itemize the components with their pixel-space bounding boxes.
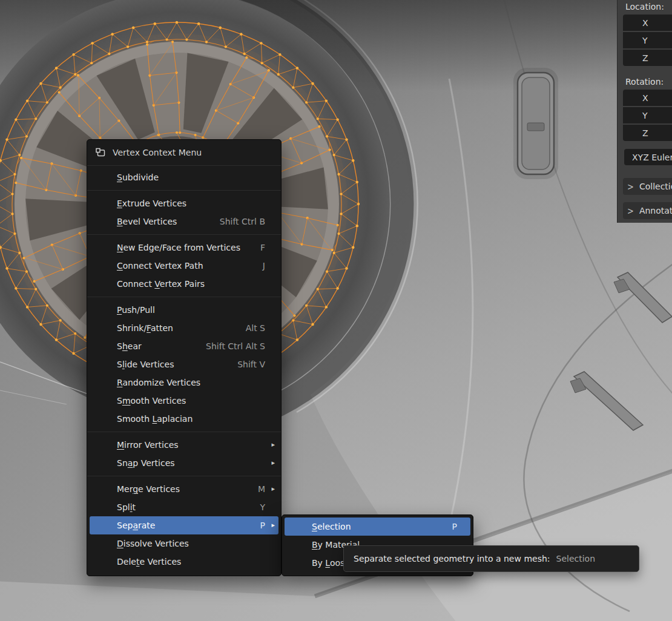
menu-item-shrink-fatten[interactable]: Shrink/FattenAlt S — [87, 319, 281, 337]
axis-label: X — [642, 18, 648, 28]
location-z-field[interactable]: Z — [623, 50, 672, 66]
menu-item-shortcut: Shift Ctrl Alt S — [206, 341, 265, 351]
menu-item-shortcut: Alt S — [246, 323, 265, 333]
menu-item-split[interactable]: SplitY — [87, 498, 281, 516]
menu-item-snap-vertices[interactable]: Snap Vertices▸ — [87, 454, 281, 472]
menu-item-push-pull[interactable]: Push/Pull — [87, 301, 281, 319]
menu-item-shear[interactable]: ShearShift Ctrl Alt S — [87, 337, 281, 355]
menu-item-randomize-vertices[interactable]: Randomize Vertices — [87, 373, 281, 392]
menu-item-label: Delete Vertices — [117, 557, 265, 567]
menu-item-label: Shear — [117, 341, 206, 351]
axis-label: X — [642, 93, 648, 103]
rotation-label: Rotation: — [618, 75, 672, 90]
panel-header-label: Collections — [639, 182, 672, 191]
vertex-context-menu-icon — [95, 147, 106, 158]
rotation-y-field[interactable]: Y — [623, 107, 672, 123]
menu-item-label: Extrude Vertices — [117, 199, 265, 208]
menu-item-label: Push/Pull — [117, 305, 265, 315]
menu-separator — [87, 190, 281, 191]
menu-item-separate[interactable]: SeparateP▸ — [90, 516, 278, 534]
menu-item-label: Dissolve Vertices — [117, 539, 265, 548]
location-y-field[interactable]: Y — [623, 32, 672, 48]
panel-header-label: Annotations — [639, 206, 672, 215]
menu-item-label: Randomize Vertices — [117, 378, 265, 387]
menu-item-label: Snap Vertices — [117, 458, 265, 468]
collections-panel-header[interactable]: >Collections — [623, 178, 672, 195]
submenu-arrow-icon: ▸ — [267, 516, 275, 534]
menu-item-subdivide[interactable]: Subdivide — [87, 168, 281, 186]
menu-item-connect-vertex-path[interactable]: Connect Vertex PathJ — [87, 257, 281, 275]
tooltip-text: Separate selected geometry into a new me… — [354, 554, 550, 564]
menu-item-label: Separate — [117, 521, 260, 530]
chevron-right-icon: > — [627, 181, 634, 191]
tooltip-value: Selection — [556, 554, 596, 564]
menu-separator — [87, 432, 281, 432]
submenu-arrow-icon: ▸ — [267, 454, 275, 472]
menu-item-label: Mirror Vertices — [117, 440, 265, 450]
door-handle — [513, 68, 558, 179]
menu-item-label: Merge Vertices — [117, 484, 258, 494]
menu-item-delete-vertices[interactable]: Delete Vertices — [87, 553, 281, 571]
menu-item-new-edge-face-from-vertices[interactable]: New Edge/Face from VerticesF — [87, 238, 281, 257]
menu-item-label: Connect Vertex Path — [117, 261, 263, 271]
location-x-field[interactable]: X — [623, 15, 672, 31]
menu-item-smooth-vertices[interactable]: Smooth Vertices — [87, 392, 281, 410]
menu-item-extrude-vertices[interactable]: Extrude Vertices — [87, 194, 281, 212]
rotation-mode-dropdown[interactable]: XYZ Euler — [624, 149, 672, 165]
axis-label: Y — [642, 36, 648, 45]
location-fields: XYZ — [618, 15, 672, 66]
submenu-arrow-icon: ▸ — [267, 436, 275, 454]
menu-item-shortcut: J — [263, 261, 265, 271]
menu-separator — [87, 297, 281, 297]
rotation-x-field[interactable]: X — [623, 90, 672, 106]
axis-label: Z — [642, 128, 648, 138]
menu-item-label: Smooth Laplacian — [117, 414, 265, 424]
menu-item-shortcut: M — [258, 484, 265, 494]
annotations-panel-header[interactable]: >Annotations — [623, 202, 672, 219]
location-label: Location: — [618, 0, 672, 15]
menu-item-bevel-vertices[interactable]: Bevel VerticesShift Ctrl B — [87, 212, 281, 231]
submenu-arrow-icon: ▸ — [267, 480, 275, 498]
panel-sections: >Collections>Annotations — [618, 178, 672, 219]
menu-item-shortcut: Shift V — [237, 360, 265, 369]
rotation-z-field[interactable]: Z — [623, 125, 672, 141]
menu-item-shortcut: F — [260, 243, 265, 252]
context-menu-header: Vertex Context Menu — [87, 140, 281, 166]
rotation-mode-value: XYZ Euler — [632, 153, 672, 162]
menu-item-label: Shrink/Fatten — [117, 323, 246, 333]
menu-item-label: Slide Vertices — [117, 360, 237, 369]
vertex-context-menu: Vertex Context Menu SubdivideExtrude Ver… — [87, 139, 282, 576]
menu-item-slide-vertices[interactable]: Slide VerticesShift V — [87, 355, 281, 373]
menu-item-shortcut: P — [452, 522, 457, 531]
menu-item-merge-vertices[interactable]: Merge VerticesM▸ — [87, 480, 281, 498]
menu-item-label: Subdivide — [117, 172, 265, 182]
menu-item-selection[interactable]: SelectionP — [285, 518, 470, 536]
menu-item-shortcut: P — [260, 521, 265, 530]
menu-item-label: Selection — [312, 522, 452, 531]
context-menu-title: Vertex Context Menu — [113, 148, 202, 157]
menu-item-label: Smooth Vertices — [117, 396, 265, 406]
transform-panel: Location: XYZ Rotation: XYZ XYZ Euler >C… — [617, 0, 672, 223]
menu-separator — [87, 234, 281, 235]
menu-item-shortcut: Y — [260, 502, 265, 512]
menu-item-label: Bevel Vertices — [117, 217, 220, 226]
tooltip: Separate selected geometry into a new me… — [343, 545, 639, 572]
rotation-fields: XYZ — [618, 90, 672, 141]
chevron-right-icon: > — [627, 205, 634, 215]
menu-item-label: Split — [117, 502, 260, 512]
axis-label: Y — [642, 111, 648, 120]
menu-item-dissolve-vertices[interactable]: Dissolve Vertices — [87, 534, 281, 553]
menu-item-smooth-laplacian[interactable]: Smooth Laplacian — [87, 410, 281, 428]
menu-separator — [87, 476, 281, 476]
menu-item-mirror-vertices[interactable]: Mirror Vertices▸ — [87, 436, 281, 454]
menu-item-shortcut: Shift Ctrl B — [220, 217, 265, 226]
menu-item-connect-vertex-pairs[interactable]: Connect Vertex Pairs — [87, 275, 281, 293]
menu-item-label: Connect Vertex Pairs — [117, 279, 265, 289]
axis-label: Z — [642, 53, 648, 63]
menu-item-label: New Edge/Face from Vertices — [117, 243, 260, 252]
